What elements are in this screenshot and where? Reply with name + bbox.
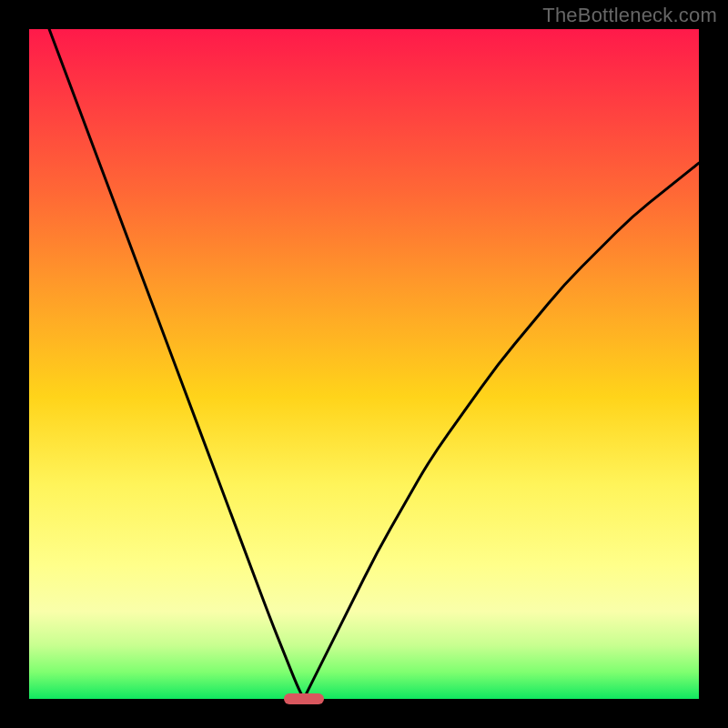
curve-path: [49, 29, 699, 699]
plot-area: [29, 29, 699, 699]
curve-layer: [29, 29, 699, 699]
watermark-text: TheBottleneck.com: [542, 4, 717, 27]
min-marker: [284, 693, 324, 704]
chart-frame: TheBottleneck.com: [0, 0, 728, 728]
